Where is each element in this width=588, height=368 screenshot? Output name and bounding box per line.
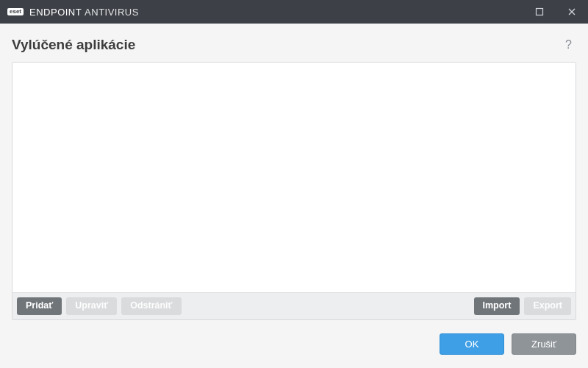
app-window: eset ENDPOINT ANTIVIRUS Vylúčené aplikác… [0, 0, 588, 368]
edit-button: Upraviť [66, 297, 117, 316]
excluded-apps-list[interactable] [12, 63, 576, 292]
help-icon: ? [565, 38, 572, 51]
titlebar: eset ENDPOINT ANTIVIRUS [0, 0, 588, 24]
brand: eset ENDPOINT ANTIVIRUS [7, 7, 139, 18]
remove-button: Odstrániť [121, 297, 181, 316]
page-title: Vylúčené aplikácie [12, 37, 135, 53]
ok-button[interactable]: OK [440, 333, 504, 355]
dialog-footer: OK Zrušiť [0, 320, 588, 368]
maximize-button[interactable] [523, 0, 556, 24]
svg-rect-0 [537, 9, 543, 15]
maximize-icon [535, 7, 544, 16]
add-button[interactable]: Pridať [17, 297, 62, 316]
page-header: Vylúčené aplikácie ? [12, 35, 576, 54]
panel-toolbar: Pridať Upraviť Odstrániť Import Export [12, 292, 576, 320]
cancel-button[interactable]: Zrušiť [512, 333, 576, 355]
help-button[interactable]: ? [561, 35, 576, 54]
export-button: Export [524, 297, 571, 316]
brand-product-light: ANTIVIRUS [85, 7, 139, 18]
brand-text: ENDPOINT ANTIVIRUS [29, 7, 139, 18]
excluded-apps-panel: Pridať Upraviť Odstrániť Import Export [12, 62, 576, 320]
close-icon [567, 7, 576, 16]
window-controls [523, 0, 588, 24]
brand-badge: eset [7, 8, 24, 15]
close-button[interactable] [556, 0, 588, 24]
brand-product-strong: ENDPOINT [29, 7, 82, 18]
content-area: Vylúčené aplikácie ? Pridať Upraviť Odst… [0, 24, 588, 320]
import-button[interactable]: Import [474, 297, 520, 316]
